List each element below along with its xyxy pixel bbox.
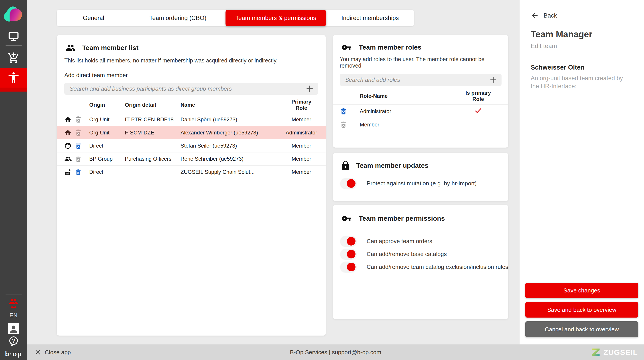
- tab-indirect-memberships[interactable]: Indirect memberships: [326, 10, 414, 26]
- back-arrow-icon: [531, 11, 539, 19]
- table-row[interactable]: BP Group Purchasing Officers Rene Schrei…: [57, 152, 326, 165]
- primary-role-check-icon: [474, 107, 482, 114]
- base-catalogs-toggle[interactable]: [340, 249, 356, 259]
- user-switch-icon: [8, 297, 19, 309]
- tab-team-ordering[interactable]: Team ordering (CBO): [130, 10, 226, 26]
- approve-orders-toggle[interactable]: [340, 236, 356, 246]
- trash-x-icon: [74, 142, 82, 150]
- cell-origin-detail: IT-PTR-CEN-BDE18: [125, 116, 180, 123]
- language-label[interactable]: EN: [10, 312, 18, 319]
- table-row-selected[interactable]: Org-Unit F-SCM-DZE Alexander Wimberger (…: [57, 126, 326, 139]
- cell-primary-role: Member: [292, 156, 311, 162]
- group-icon: [64, 43, 77, 53]
- plus-icon: [305, 84, 314, 93]
- team-member-updates-card: Team member updates Protect against muta…: [333, 153, 508, 201]
- monitor-icon: [8, 30, 20, 42]
- toggle-knob: [347, 237, 356, 246]
- column-name: Name: [180, 102, 285, 108]
- permissions-title: Team member permissions: [359, 215, 445, 222]
- cell-origin: Org-Unit: [89, 116, 125, 123]
- remove-role-button[interactable]: [340, 108, 347, 115]
- catalog-rules-toggle[interactable]: [340, 262, 356, 272]
- remove-member-button[interactable]: [74, 142, 82, 150]
- sidebar-divider: [6, 45, 22, 46]
- toggle-knob: [347, 250, 356, 258]
- sidebar-item-dashboard[interactable]: [0, 29, 27, 43]
- cell-primary-role: Member: [292, 116, 311, 123]
- save-and-back-button[interactable]: Save and back to overview: [525, 302, 638, 318]
- home-icon: [64, 129, 72, 136]
- plus-icon: [489, 76, 498, 84]
- factory-icon: [64, 168, 72, 176]
- logo-gradient-shape: [10, 8, 22, 21]
- key-icon: [340, 213, 354, 223]
- cancel-and-back-button[interactable]: Cancel and back to overview: [525, 321, 638, 337]
- cell-role-name: Member: [360, 122, 455, 128]
- sidebar-item-user-switch[interactable]: [0, 296, 27, 309]
- roles-description: You may add roles to the user. The membe…: [333, 52, 508, 69]
- remove-role-button: [340, 121, 347, 128]
- member-search-input[interactable]: [70, 85, 305, 92]
- approve-orders-label: Can approve team orders: [367, 238, 432, 245]
- tab-general[interactable]: General: [57, 10, 130, 26]
- remove-member-button: [74, 155, 82, 163]
- column-is-primary: Is primary Role: [465, 90, 492, 102]
- protect-mutation-toggle[interactable]: [340, 178, 356, 189]
- help-button[interactable]: [0, 335, 27, 347]
- table-row[interactable]: Direct Stefan Seiler (ue59273) Member: [57, 139, 326, 152]
- cell-origin-detail: Purchasing Officers: [125, 156, 180, 162]
- column-role-name: Role-Name: [360, 93, 455, 99]
- bop-logo: b·op: [5, 350, 22, 358]
- save-changes-button[interactable]: Save changes: [525, 283, 638, 298]
- role-row: Member: [333, 118, 508, 131]
- zugseil-logo: ZUGSEIL: [591, 347, 638, 357]
- cell-name: Rene Schreiber (ue59273): [180, 156, 285, 162]
- member-list-description: This list holds all members, no matter i…: [57, 53, 326, 64]
- zugseil-brand-text: ZUGSEIL: [604, 348, 638, 357]
- app-logo-icon[interactable]: [3, 3, 24, 24]
- action-buttons: Save changes Save and back to overview C…: [525, 283, 638, 337]
- team-name: Schweisser Olten: [531, 64, 638, 71]
- trash-x-icon: [74, 129, 82, 137]
- cell-primary-role: Member: [292, 143, 311, 149]
- tab-team-members-permissions[interactable]: Team members & permissions: [226, 10, 326, 26]
- protect-mutation-label: Protect against mutation (e.g. by hr-imp…: [367, 180, 476, 187]
- add-role-button[interactable]: [489, 76, 498, 84]
- close-app-button[interactable]: Close app: [34, 349, 71, 356]
- zugseil-z-icon: [591, 347, 601, 357]
- lock-icon: [340, 159, 351, 172]
- support-text: B-Op Services | support@b-op.com: [27, 349, 644, 356]
- trash-x-icon: [340, 108, 347, 115]
- remove-member-button: [74, 116, 82, 123]
- table-row[interactable]: Direct ZUGSEIL Supply Chain Solut... Mem…: [57, 165, 326, 179]
- cell-name: ZUGSEIL Supply Chain Solut...: [180, 169, 285, 175]
- cell-primary-role: Member: [292, 169, 311, 175]
- page-subtitle: Edit team: [531, 42, 638, 49]
- remove-member-button: [74, 129, 82, 137]
- detail-panel: Back Team Manager Edit team Schweisser O…: [520, 0, 644, 345]
- back-label: Back: [544, 12, 557, 19]
- page-title: Team Manager: [531, 29, 638, 39]
- back-button[interactable]: Back: [531, 11, 638, 19]
- trash-x-icon: [340, 121, 347, 128]
- team-member-roles-card: Team member roles You may add roles to t…: [333, 35, 508, 148]
- cell-primary-role: Administrator: [286, 130, 317, 136]
- table-row[interactable]: Org-Unit IT-PTR-CEN-BDE18 Daniel Spörri …: [57, 113, 326, 126]
- cart-plus-icon: [7, 52, 20, 64]
- face-icon: [64, 142, 72, 149]
- roles-search-input[interactable]: [345, 76, 489, 83]
- help-icon: [8, 336, 19, 347]
- sidebar-item-ordering[interactable]: [0, 51, 27, 65]
- person-silhouette-icon: [8, 324, 19, 334]
- sidebar-item-team-members[interactable]: [0, 68, 27, 88]
- role-row: Administrator: [333, 104, 508, 118]
- add-member-button[interactable]: [305, 84, 314, 93]
- avatar[interactable]: [8, 323, 19, 334]
- team-member-permissions-card: Team member permissions Can approve team…: [333, 205, 508, 319]
- catalog-rules-label: Can add/remove team catalog exclusion/in…: [367, 264, 508, 270]
- roles-search-box: [340, 74, 502, 86]
- sidebar: EN b·op: [0, 0, 27, 360]
- remove-member-button[interactable]: [74, 168, 82, 176]
- accessibility-person-icon: [7, 71, 20, 84]
- sidebar-divider-bottom: [6, 294, 22, 294]
